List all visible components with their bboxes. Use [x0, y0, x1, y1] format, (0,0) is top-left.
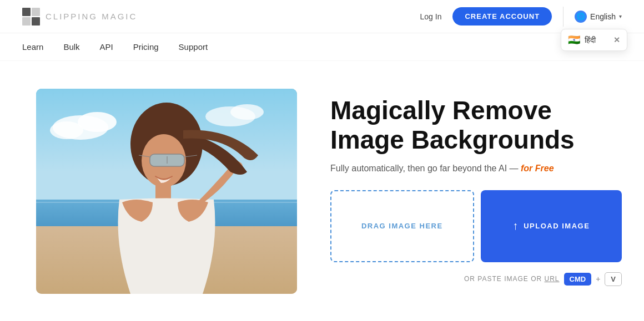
header-right: Log In CREATE ACCOUNT 🌐 English ▾	[420, 7, 622, 27]
header-divider	[563, 7, 564, 27]
paste-area: OR PASTE IMAGE OR URL CMD + V	[330, 272, 622, 286]
headline-line1: Magically Remove	[330, 96, 552, 125]
nav-item-api[interactable]: API	[100, 42, 113, 52]
cmd-badge: CMD	[564, 273, 592, 286]
logo-bold: CLIPPING	[46, 12, 98, 21]
logo: CLIPPING MAGIC	[22, 8, 137, 26]
svg-point-5	[230, 104, 264, 120]
logo-grid-cell-1	[22, 8, 31, 16]
hero-image	[36, 89, 297, 294]
navigation: Learn Bulk API Pricing Support	[0, 33, 644, 61]
hindi-label: हिंदी	[585, 35, 609, 45]
svg-point-2	[78, 112, 117, 132]
login-button[interactable]: Log In	[420, 12, 442, 21]
globe-icon: 🌐	[575, 11, 587, 23]
upload-icon: ↑	[512, 220, 518, 232]
language-label: English	[590, 12, 616, 21]
headline: Magically Remove Image Backgrounds	[330, 96, 622, 155]
upload-label: UPLOAD IMAGE	[524, 222, 590, 230]
logo-icon	[22, 8, 40, 26]
paste-text: OR PASTE IMAGE OR URL	[464, 275, 560, 283]
hero-illustration	[36, 89, 297, 294]
subheadline: Fully automatically, then go far beyond …	[330, 164, 622, 174]
language-button[interactable]: 🌐 English ▾	[575, 11, 622, 23]
headline-line2: Image Backgrounds	[330, 125, 575, 154]
subheadline-prefix: Fully automatically, then go far beyond …	[330, 164, 521, 173]
drag-label: DRAG IMAGE HERE	[361, 222, 443, 230]
url-link[interactable]: URL	[545, 275, 560, 283]
logo-light: MAGIC	[102, 12, 137, 21]
chevron-down-icon: ▾	[619, 13, 622, 19]
language-dropdown: 🇮🇳 हिंदी ✕	[561, 29, 627, 51]
subheadline-highlight: for Free	[521, 164, 554, 173]
create-account-button[interactable]: CREATE ACCOUNT	[452, 7, 552, 26]
nav-item-bulk[interactable]: Bulk	[63, 42, 79, 52]
svg-point-3	[50, 121, 83, 139]
logo-grid-cell-4	[32, 17, 40, 26]
v-badge: V	[605, 272, 622, 286]
main-content: Magically Remove Image Backgrounds Fully…	[0, 61, 644, 321]
logo-grid-cell-2	[32, 8, 40, 16]
header: CLIPPING MAGIC Log In CREATE ACCOUNT 🌐 E…	[0, 0, 644, 33]
logo-grid-cell-3	[22, 17, 31, 26]
nav-item-learn[interactable]: Learn	[22, 42, 43, 52]
drag-drop-zone[interactable]: DRAG IMAGE HERE	[330, 190, 474, 262]
logo-text: CLIPPING MAGIC	[46, 12, 137, 21]
india-flag-icon: 🇮🇳	[568, 34, 580, 46]
upload-button[interactable]: ↑ UPLOAD IMAGE	[481, 190, 622, 262]
plus-sign: +	[596, 274, 600, 283]
paste-prefix: OR PASTE IMAGE OR	[464, 275, 542, 283]
upload-area: DRAG IMAGE HERE ↑ UPLOAD IMAGE	[330, 190, 622, 262]
close-language-button[interactable]: ✕	[613, 35, 620, 44]
nav-item-support[interactable]: Support	[179, 42, 208, 52]
right-content: Magically Remove Image Backgrounds Fully…	[330, 96, 622, 286]
nav-item-pricing[interactable]: Pricing	[133, 42, 159, 52]
hero-image-inner	[36, 89, 297, 294]
